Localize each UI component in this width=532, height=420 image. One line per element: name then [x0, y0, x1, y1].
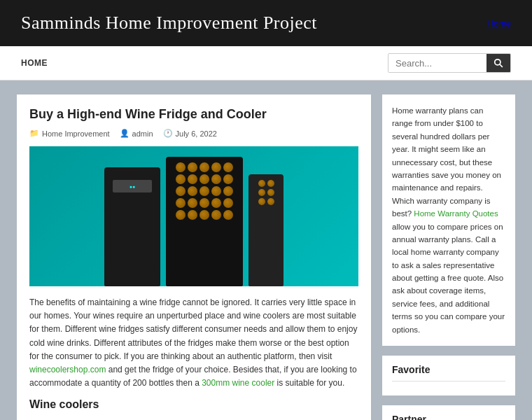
sidebar-favorite-section: Favorite	[382, 356, 515, 396]
search-wrap	[388, 53, 511, 73]
nav-bar: HOME	[0, 46, 532, 80]
svg-point-0	[495, 59, 500, 65]
svg-line-1	[500, 64, 503, 67]
sidebar-warranty-text2: allow you to compare prices on annual wa…	[392, 223, 505, 334]
sidebar-partner-section: Partner Pet Friendly Floors Roofing Cont…	[382, 405, 515, 420]
site-title: Samminds Home Improvement Project	[21, 13, 317, 34]
300mm-wine-cooler-link[interactable]: 300mm wine cooler	[202, 378, 274, 388]
winecoolershop-link[interactable]: winecoolershop.com	[29, 365, 106, 374]
fridge-left: ●●	[104, 167, 160, 286]
sidebar-warranty-link[interactable]: Home Warranty Quotes	[414, 209, 498, 218]
search-button[interactable]	[486, 54, 510, 72]
article-author: 👤 admin	[120, 129, 153, 138]
sidebar-partner-title: Partner	[392, 414, 505, 420]
fridge-middle	[166, 157, 243, 286]
sidebar-warranty-text1: Home warranty plans can range from under…	[392, 106, 501, 218]
wine-fridges-illustration: ●●	[90, 146, 298, 286]
article-image: ●●	[29, 146, 358, 286]
fridge-display-left: ●●	[113, 180, 152, 192]
article-title: Buy a High-end Wine Fridge and Cooler	[29, 107, 358, 122]
search-icon	[493, 58, 503, 68]
site-header: Samminds Home Improvement Project Home	[0, 0, 532, 46]
user-icon: 👤	[120, 129, 130, 138]
sidebar: Home warranty plans can range from under…	[382, 94, 515, 420]
nav-home-label[interactable]: HOME	[21, 58, 48, 68]
fridge-right	[248, 174, 284, 286]
article-meta: 📁 Home Improvement 👤 admin 🕐 July 6, 202…	[29, 129, 358, 138]
search-input[interactable]	[388, 55, 486, 72]
main-content: Buy a High-end Wine Fridge and Cooler 📁 …	[0, 80, 532, 420]
header-nav: Home	[486, 18, 511, 29]
article-body-paragraph: The benefits of maintaining a wine fridg…	[29, 296, 358, 390]
sidebar-warranty-card: Home warranty plans can range from under…	[382, 94, 515, 346]
folder-icon: 📁	[29, 129, 39, 138]
clock-icon: 🕐	[163, 129, 173, 138]
article-category: 📁 Home Improvement	[29, 129, 110, 138]
header-home-link[interactable]: Home	[486, 18, 511, 29]
article: Buy a High-end Wine Fridge and Cooler 📁 …	[17, 94, 371, 420]
sidebar-favorite-title: Favorite	[392, 364, 505, 382]
wine-coolers-heading: Wine coolers	[29, 398, 358, 411]
article-date: 🕐 July 6, 2022	[163, 129, 217, 138]
